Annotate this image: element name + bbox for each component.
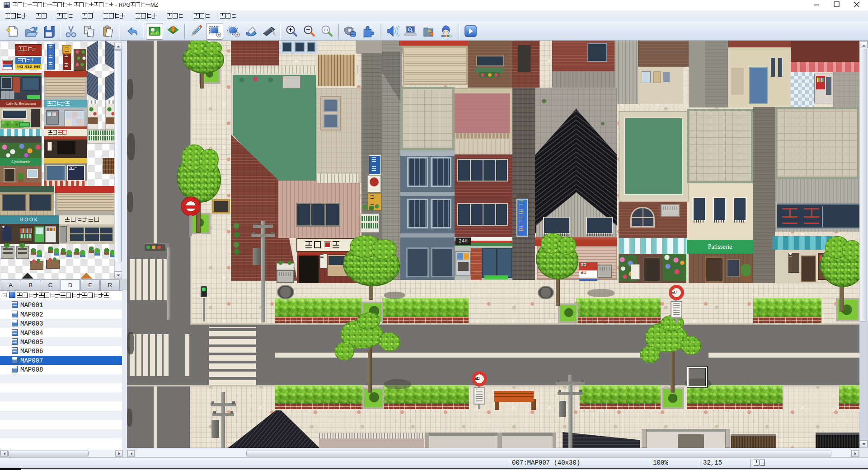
- svg-text:1:1: 1:1: [323, 28, 328, 32]
